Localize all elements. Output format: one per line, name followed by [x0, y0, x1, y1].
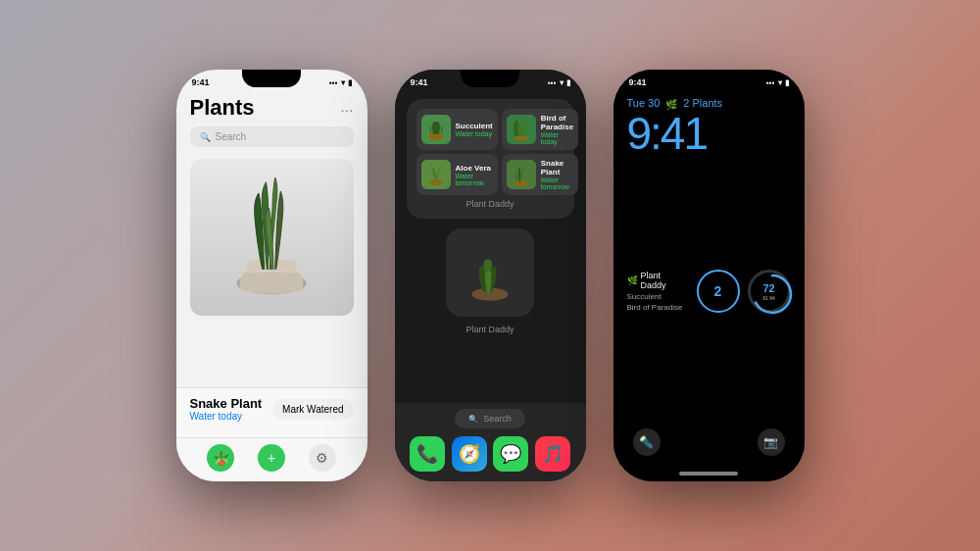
status-time-phone3: 9:41 [629, 77, 647, 87]
safari-icon: 🧭 [459, 443, 480, 465]
bop-img [507, 115, 536, 144]
search-pill[interactable]: 🔍 Search [455, 409, 525, 428]
flashlight-icon: 🔦 [639, 435, 654, 449]
tab-settings-icon[interactable]: ⚙ [309, 444, 336, 472]
lock-widgets-area: 🌿 Plant Daddy Succulent Bird of Paradise… [613, 164, 805, 419]
phone-plants-app: 9:41 ▪▪▪ ▾ ▮ Plants ··· 🔍 Search [176, 70, 368, 481]
signal-icon-p3: ▪▪▪ [766, 78, 775, 87]
camera-icon: 📷 [763, 435, 778, 449]
widget-plant-small[interactable] [446, 228, 534, 317]
lock-plant1: Succulent [627, 292, 689, 301]
status-time-phone1: 9:41 [192, 77, 210, 87]
phone3-content: 9:41 ▪▪▪ ▾ ▮ Tue 30 🌿 2 Plants 9:41 🌿 Pl… [613, 70, 805, 481]
aloe-water: Water tomorrow [456, 173, 493, 186]
widget-plant-daddy-large[interactable]: Succulent Water today [407, 99, 574, 219]
bop-text: Bird of Paradise Water today [541, 114, 573, 145]
succulent-water: Water today [456, 130, 493, 137]
wifi-icon: ▾ [341, 78, 345, 87]
plant-image-container [190, 159, 354, 316]
succulent-text: Succulent Water today [456, 122, 493, 137]
bop-name: Bird of Paradise [541, 114, 573, 131]
gauge-svg [751, 273, 794, 316]
dock-phone-icon[interactable]: 📞 [410, 436, 445, 472]
phone-lock-screen: 9:41 ▪▪▪ ▾ ▮ Tue 30 🌿 2 Plants 9:41 🌿 Pl… [613, 70, 805, 481]
music-icon: 🎵 [542, 443, 564, 465]
dock-messages-icon[interactable]: 💬 [493, 436, 528, 472]
lock-circle-widget: 2 [697, 270, 740, 313]
widget-cell-aloe: Aloe Vera Water tomorrow [416, 154, 498, 195]
plant-info: Snake Plant Water today [190, 396, 263, 422]
tab-plants-icon[interactable]: 🪴 [207, 444, 234, 472]
status-icons-phone1: ▪▪▪ ▾ ▮ [329, 78, 352, 87]
aloe-name: Aloe Vera [456, 164, 493, 173]
lock-bottom-bar: 🔦 📷 [613, 419, 805, 472]
widget-title-large: Plant Daddy [416, 199, 564, 209]
notch-phone1 [242, 70, 301, 87]
tab-add-icon[interactable]: + [258, 444, 285, 472]
plant-name-row: Snake Plant Water today Mark Watered [190, 396, 354, 422]
search-pill-label: Search [483, 414, 512, 424]
wifi-icon-p3: ▾ [778, 78, 782, 87]
phone-home-screen: 9:41 ▪▪▪ ▾ ▮ [395, 70, 586, 481]
small-widget-plant [454, 236, 526, 309]
widget-cell-bird-of-paradise: Bird of Paradise Water today [502, 109, 578, 150]
aloe-text: Aloe Vera Water tomorrow [456, 164, 493, 186]
battery-icon-p3: ▮ [785, 78, 789, 87]
notch-phone2 [461, 70, 519, 87]
more-icon[interactable]: ··· [340, 102, 353, 120]
lock-plant2: Bird of Paradise [627, 303, 689, 312]
dock-music-icon[interactable]: 🎵 [535, 436, 570, 472]
search-placeholder: Search [216, 131, 247, 142]
phone-icon: 📞 [416, 443, 438, 465]
succulent-img [421, 115, 451, 144]
home-dock: 🔍 Search 📞 🧭 💬 🎵 [395, 403, 586, 481]
lock-time-area: Tue 30 🌿 2 Plants 9:41 [613, 91, 805, 164]
plant-bottom-bar: Snake Plant Water today Mark Watered [176, 387, 368, 437]
tab-bar-phone1: 🪴 + ⚙ [176, 437, 368, 481]
lock-gauge-widget: 72 61 94 [748, 270, 791, 313]
snake-text: Snake Plant Water tomorrow [541, 159, 573, 190]
lock-widget-text: 🌿 Plant Daddy Succulent Bird of Paradise [627, 271, 689, 312]
flashlight-button[interactable]: 🔦 [633, 428, 661, 456]
add-tab-icon: + [268, 450, 275, 466]
snake-water: Water tomorrow [541, 176, 573, 190]
plants-header: Plants ··· 🔍 Search [176, 91, 368, 153]
battery-icon: ▮ [348, 78, 352, 87]
signal-icon-p2: ▪▪▪ [548, 78, 557, 87]
plants-tab-icon: 🪴 [213, 450, 229, 466]
snake-plant-illustration [213, 164, 330, 311]
phone2-content: 9:41 ▪▪▪ ▾ ▮ [395, 70, 586, 481]
signal-icon: ▪▪▪ [329, 78, 338, 87]
small-widget-container: Plant Daddy [407, 228, 574, 338]
battery-icon-p2: ▮ [566, 78, 570, 87]
camera-button[interactable]: 📷 [758, 428, 785, 456]
widget-cell-snake: Snake Plant Water tomorrow [502, 154, 578, 195]
search-pill-icon: 🔍 [468, 415, 478, 424]
status-icons-phone2: ▪▪▪ ▾ ▮ [548, 78, 570, 87]
bop-water: Water today [541, 131, 573, 145]
succulent-name: Succulent [456, 122, 493, 130]
mark-watered-button[interactable]: Mark Watered [272, 399, 353, 420]
lock-circle-number: 2 [714, 283, 722, 299]
search-icon: 🔍 [200, 132, 211, 142]
svg-point-15 [754, 276, 791, 313]
widget-area: Succulent Water today [395, 91, 586, 403]
aloe-img [421, 160, 451, 189]
widget-grid: Succulent Water today [416, 109, 564, 195]
notch-phone3 [679, 70, 738, 87]
lock-widget-title: 🌿 Plant Daddy [627, 271, 689, 290]
wifi-icon-p2: ▾ [560, 78, 564, 87]
snake-img [507, 160, 536, 189]
settings-tab-icon: ⚙ [316, 450, 328, 466]
dock-safari-icon[interactable]: 🧭 [452, 436, 487, 472]
status-icons-phone3: ▪▪▪ ▾ ▮ [766, 78, 789, 87]
widget-cell-succulent: Succulent Water today [416, 109, 498, 150]
lock-time: 9:41 [627, 111, 791, 156]
status-time-phone2: 9:41 [411, 77, 428, 87]
widget-title-small: Plant Daddy [466, 325, 514, 334]
search-bar[interactable]: 🔍 Search [190, 126, 354, 147]
snake-name: Snake Plant [541, 159, 573, 176]
plants-title: Plants [190, 95, 255, 121]
messages-icon: 💬 [500, 443, 521, 465]
phone1-content: 9:41 ▪▪▪ ▾ ▮ Plants ··· 🔍 Search [176, 70, 368, 481]
